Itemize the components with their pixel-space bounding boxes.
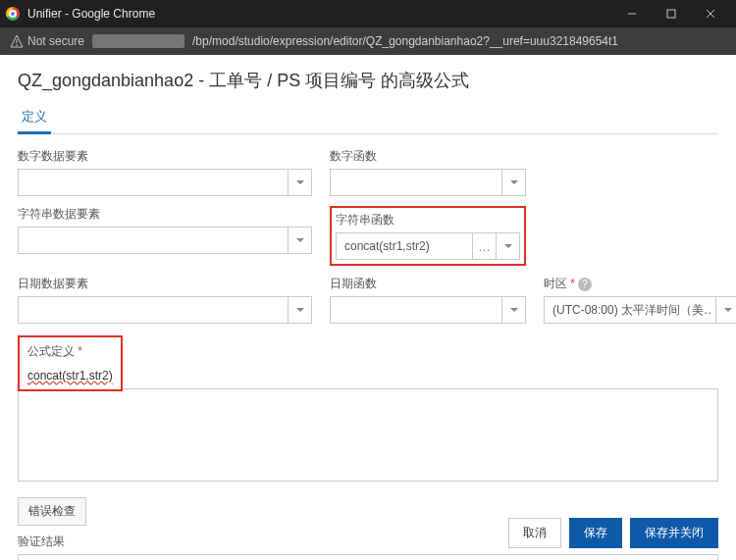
select-date-element[interactable]	[18, 296, 312, 324]
label-formula: 公式定义 *	[27, 343, 113, 360]
address-bar: Not secure xxxxxxxxxxxxxxx /bp/mod/studi…	[0, 27, 736, 55]
field-numeric-element: 数字数据要素	[18, 148, 312, 196]
url-host-redacted: xxxxxxxxxxxxxxx	[92, 34, 184, 48]
tab-bar: 定义	[18, 102, 718, 134]
input-timezone[interactable]	[544, 296, 736, 324]
formula-value-preview: concat(str1,str2)	[27, 369, 113, 382]
label-string-func: 字符串函数	[336, 212, 520, 229]
input-string-element[interactable]	[18, 227, 312, 254]
save-close-button[interactable]: 保存并关闭	[630, 518, 718, 548]
ellipsis-icon[interactable]: …	[472, 233, 496, 259]
not-secure-label: Not secure	[27, 34, 84, 48]
formula-highlight: 公式定义 * concat(str1,str2)	[18, 335, 123, 391]
footer-actions: 取消 保存 保存并关闭	[508, 518, 718, 548]
error-check-button[interactable]: 错误检查	[18, 497, 86, 526]
validation-result-area	[18, 554, 718, 560]
label-string-element: 字符串数据要素	[18, 206, 312, 223]
chevron-down-icon[interactable]	[501, 170, 525, 195]
combo-string-func[interactable]: …	[336, 232, 520, 260]
select-string-element[interactable]	[18, 227, 312, 254]
chevron-down-icon[interactable]	[288, 228, 311, 253]
save-button[interactable]: 保存	[569, 518, 622, 548]
warning-icon	[10, 34, 24, 48]
input-numeric-func[interactable]	[330, 169, 526, 196]
field-numeric-func: 数字函数	[330, 148, 526, 196]
url-path: /bp/mod/studio/expression/editor/QZ_gong…	[192, 34, 618, 48]
cancel-button[interactable]: 取消	[508, 518, 561, 548]
select-timezone[interactable]	[544, 296, 736, 324]
chevron-down-icon[interactable]	[288, 297, 311, 323]
input-numeric-element[interactable]	[18, 169, 312, 196]
close-button[interactable]	[691, 0, 730, 27]
tab-definition[interactable]: 定义	[18, 102, 51, 134]
chevron-down-icon[interactable]	[715, 297, 736, 323]
page-title: QZ_gongdanbianhao2 - 工单号 / PS 项目编号 的高级公式	[18, 69, 718, 92]
minimize-button[interactable]	[612, 0, 652, 27]
window-titlebar: Unifier - Google Chrome	[0, 0, 736, 27]
label-numeric-element: 数字数据要素	[18, 148, 312, 165]
help-icon[interactable]: ?	[578, 278, 592, 291]
label-date-func: 日期函数	[330, 276, 526, 292]
chrome-icon	[6, 7, 20, 21]
formula-textarea[interactable]	[18, 388, 718, 482]
input-date-element[interactable]	[18, 296, 312, 324]
not-secure-indicator: Not secure	[10, 34, 84, 48]
select-numeric-func[interactable]	[330, 169, 526, 196]
maximize-button[interactable]	[652, 0, 691, 27]
chevron-down-icon[interactable]	[501, 297, 525, 323]
field-date-element: 日期数据要素	[18, 276, 312, 324]
chevron-down-icon[interactable]	[288, 170, 311, 195]
input-date-func[interactable]	[330, 296, 526, 324]
field-date-func: 日期函数	[330, 276, 526, 324]
chevron-down-icon[interactable]	[496, 233, 519, 259]
field-string-element: 字符串数据要素	[18, 206, 312, 266]
field-timezone: 时区 *?	[544, 276, 736, 324]
svg-rect-1	[667, 10, 675, 18]
svg-point-6	[16, 44, 18, 46]
field-string-func: 字符串函数 …	[330, 206, 526, 266]
window-title: Unifier - Google Chrome	[27, 7, 155, 21]
label-date-element: 日期数据要素	[18, 276, 312, 292]
select-date-func[interactable]	[330, 296, 526, 324]
label-timezone: 时区 *?	[544, 276, 736, 292]
label-numeric-func: 数字函数	[330, 148, 526, 165]
select-numeric-element[interactable]	[18, 169, 312, 196]
